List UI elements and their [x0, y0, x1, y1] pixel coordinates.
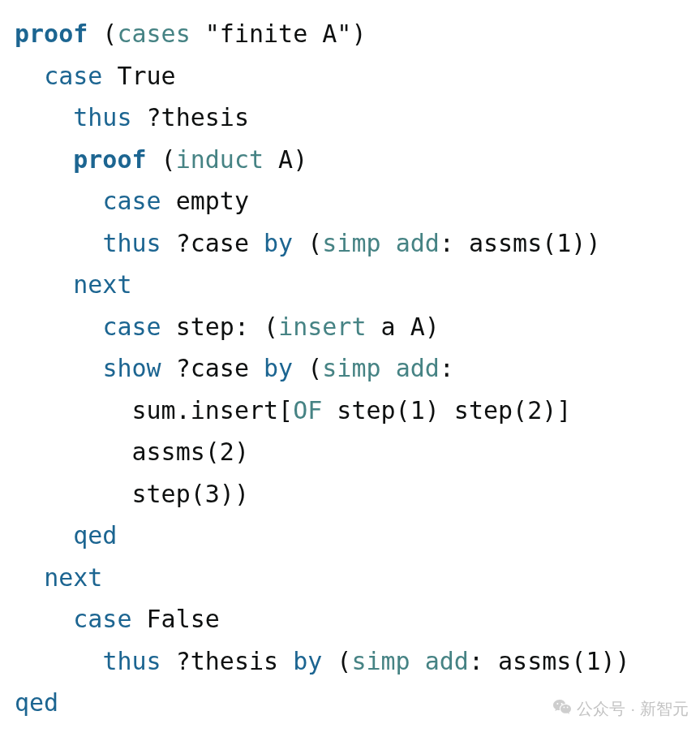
code-token [410, 647, 425, 675]
code-token [15, 605, 73, 633]
code-token: sum.insert[ [15, 396, 293, 425]
code-token: ( [322, 647, 351, 675]
code-token: qed [73, 521, 117, 550]
code-line: case False [15, 598, 685, 640]
code-token: ( [147, 145, 176, 174]
code-token: simp [322, 229, 380, 257]
code-token [15, 647, 102, 675]
code-token: add [396, 229, 440, 257]
code-token [15, 270, 73, 299]
code-token: : [440, 354, 454, 382]
code-token: a A) [367, 312, 440, 341]
code-line: thus ?thesis [15, 97, 685, 139]
code-token: show [102, 354, 161, 382]
watermark-separator: · [630, 700, 635, 718]
code-token: thus [102, 647, 161, 675]
code-token: simp [351, 647, 410, 675]
code-line: case True [15, 55, 685, 97]
code-token: ?thesis [132, 103, 250, 131]
code-token: add [425, 647, 469, 675]
code-line: assms(2) [15, 431, 685, 473]
code-token: empty [161, 187, 249, 215]
code-token: ?thesis [161, 647, 294, 675]
code-block: proof (cases "finite A") case True thus … [0, 0, 700, 724]
code-token [15, 563, 44, 592]
code-token: case [102, 187, 161, 215]
code-line: thus ?thesis by (simp add: assms(1)) [15, 640, 685, 683]
code-token: induct [176, 145, 264, 174]
code-token: step(3)) [15, 480, 249, 508]
code-token [15, 187, 102, 215]
code-token: False [132, 605, 220, 633]
code-token: ( [88, 19, 117, 48]
code-token: thus [73, 103, 131, 131]
code-token: proof [15, 19, 88, 48]
code-token: add [396, 354, 440, 382]
code-token: "finite A" [205, 19, 352, 48]
code-token: proof [73, 145, 146, 174]
code-token: True [102, 62, 175, 90]
code-line: case step: (insert a A) [15, 306, 685, 348]
code-token: next [73, 270, 131, 299]
code-line: qed [15, 515, 685, 557]
code-token: next [44, 563, 102, 592]
code-line: case empty [15, 180, 685, 222]
code-token: step(1) step(2)] [322, 396, 571, 425]
code-token [15, 229, 102, 257]
code-token [191, 19, 205, 48]
code-token: insert [278, 312, 366, 341]
code-line: proof (cases "finite A") [15, 13, 685, 55]
code-token: ?case [161, 229, 264, 257]
code-line: next [15, 557, 685, 599]
code-token: case [44, 62, 102, 90]
watermark: 公众号 · 新智元 [552, 697, 689, 721]
code-token [381, 229, 396, 257]
code-token [15, 354, 102, 382]
code-line: next [15, 264, 685, 306]
code-token: by [293, 647, 322, 675]
watermark-prefix: 公众号 [577, 698, 625, 720]
code-token: OF [293, 396, 322, 425]
code-token [381, 354, 396, 382]
code-token: qed [15, 688, 58, 717]
wechat-icon [552, 697, 577, 721]
code-token: : assms(1)) [469, 647, 630, 675]
code-token: by [264, 229, 293, 257]
code-token: thus [102, 229, 161, 257]
code-line: step(3)) [15, 473, 685, 515]
code-token: ( [293, 229, 322, 257]
code-token [15, 145, 73, 174]
code-token: ) [351, 19, 366, 48]
code-token [15, 312, 102, 341]
code-token: by [264, 354, 293, 382]
code-line: show ?case by (simp add: [15, 347, 685, 390]
code-token: assms(2) [15, 437, 249, 466]
code-token: cases [117, 19, 190, 48]
code-token: step: ( [161, 312, 279, 341]
code-token: ?case [161, 354, 264, 382]
watermark-name: 新智元 [640, 698, 689, 720]
code-token [15, 62, 44, 90]
code-token: A) [264, 145, 307, 174]
code-line: thus ?case by (simp add: assms(1)) [15, 222, 685, 265]
code-token: ( [293, 354, 322, 382]
code-line: proof (induct A) [15, 139, 685, 181]
code-token: case [102, 312, 161, 341]
code-token: simp [322, 354, 380, 382]
code-token [15, 103, 73, 131]
code-token: case [73, 605, 131, 633]
code-line: sum.insert[OF step(1) step(2)] [15, 390, 685, 432]
code-token: : assms(1)) [440, 229, 601, 257]
code-token [15, 521, 73, 550]
